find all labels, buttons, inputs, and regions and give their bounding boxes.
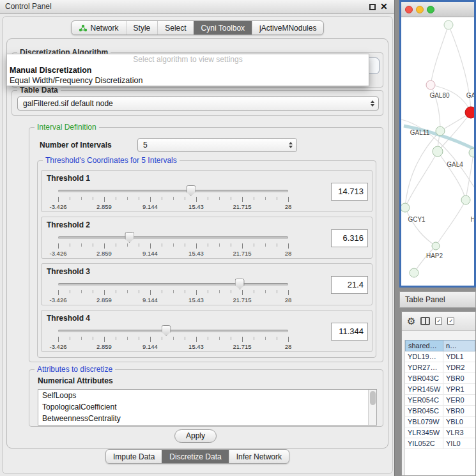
select-all-checkbox-icon[interactable]: ✓	[435, 318, 442, 325]
slider-major-ticks	[58, 197, 289, 202]
tab-label: Cyni Toolbox	[201, 24, 245, 33]
list-scrollbar[interactable]	[368, 390, 376, 425]
network-node[interactable]	[401, 203, 410, 212]
tab-select[interactable]: Select	[157, 21, 193, 35]
threshold-label: Threshold 3	[47, 267, 90, 276]
network-node[interactable]	[426, 81, 435, 89]
network-node[interactable]	[444, 20, 453, 29]
group-label: Threshold's Coordinates for 5 Intervals	[43, 157, 180, 165]
cell: YBR045C	[405, 406, 443, 416]
slider-track[interactable]	[58, 330, 288, 332]
network-node[interactable]	[410, 268, 418, 277]
cell: YBL0	[443, 417, 475, 427]
node-table: shared… n… YDL19… YDL1 YDR27… YDR2 YBR04…	[404, 340, 475, 475]
tab-cyni-toolbox[interactable]: Cyni Toolbox	[194, 21, 252, 35]
slider-thumb[interactable]	[235, 279, 245, 289]
tab-label: Discretize Data	[169, 452, 221, 461]
network-node[interactable]	[469, 148, 474, 157]
float-window-icon[interactable]	[369, 4, 376, 10]
slider-track[interactable]	[58, 236, 288, 239]
number-of-intervals-select[interactable]: 5	[137, 138, 297, 152]
threshold-4-slider[interactable]: -3.426 2.859 9.144 15.43 21.715 28	[58, 325, 288, 351]
table-row[interactable]: YDR27… YDR2	[405, 362, 475, 373]
number-of-intervals-label: Number of Intervals	[40, 141, 112, 150]
tab-jactivemodules[interactable]: jActiveMNodules	[252, 21, 323, 35]
gear-icon[interactable]: ⚙	[407, 316, 415, 326]
threshold-2-value-field[interactable]: 6.316	[331, 229, 368, 247]
threshold-1-slider[interactable]: -3.426 2.859 9.144 15.43 21.715 28	[58, 185, 288, 211]
network-node[interactable]	[461, 196, 470, 204]
cell: YER0	[443, 395, 475, 405]
tab-label: Network	[91, 24, 119, 33]
table-row[interactable]: YLR345W YLR3	[405, 427, 475, 438]
table-row[interactable]: YBR043C YBR0	[405, 373, 475, 384]
network-window-titlebar	[401, 2, 474, 17]
node-label-ga: GA	[466, 92, 474, 99]
cell: YBR043C	[405, 373, 443, 383]
network-canvas[interactable]: GAL80 GA GAL11 GAL4 GCY1 H HAP2	[401, 17, 474, 286]
slider-major-ticks	[58, 243, 289, 249]
column-layout-icon[interactable]	[420, 317, 430, 325]
threshold-4-value-field[interactable]: 11.344	[331, 323, 368, 341]
selected-red-node[interactable]	[465, 107, 474, 118]
apply-button[interactable]: Apply	[174, 429, 217, 443]
threshold-3-slider[interactable]: -3.426 2.859 9.144 15.43 21.715 28	[58, 278, 288, 305]
threshold-1-value-field[interactable]: 14.713	[331, 183, 368, 201]
network-node[interactable]	[433, 146, 443, 157]
network-node[interactable]	[432, 242, 440, 250]
table-data-select[interactable]: galFiltered.sif default node	[17, 96, 379, 111]
dropdown-placeholder: Select algorithm to view settings	[7, 54, 369, 65]
list-item[interactable]: BetweennessCentrality	[38, 413, 376, 424]
cell: YDR2	[443, 362, 475, 372]
table-row[interactable]: YER054C YER0	[405, 395, 475, 406]
table-row[interactable]: YBL079W YBL0	[405, 417, 475, 427]
tab-impute-data[interactable]: Impute Data	[106, 450, 162, 463]
tab-style[interactable]: Style	[126, 21, 158, 35]
tick-label: 21.715	[233, 250, 251, 257]
threshold-2-slider[interactable]: -3.426 2.859 9.144 15.43 21.715 28	[58, 231, 288, 258]
slider-thumb[interactable]	[162, 325, 171, 336]
threshold-label: Threshold 4	[47, 314, 90, 323]
zoom-traffic-light-icon[interactable]	[427, 6, 434, 13]
slider-track[interactable]	[58, 190, 288, 192]
tick-label: -3.426	[50, 343, 67, 350]
tick-label: 9.144	[142, 250, 158, 257]
dropdown-option-equal-width-frequency[interactable]: Equal Width/Frequency Discretization	[7, 75, 369, 86]
select-columns-checkbox-icon[interactable]: ✓	[447, 318, 454, 325]
cell: YBL079W	[405, 417, 443, 427]
dropdown-option-manual-discretization[interactable]: Manual Discretization	[7, 65, 369, 75]
close-traffic-light-icon[interactable]	[405, 6, 413, 13]
cell: YBR0	[443, 406, 475, 416]
table-row[interactable]: YBR045C YBR0	[405, 406, 475, 417]
minimize-traffic-light-icon[interactable]	[416, 6, 424, 13]
list-item[interactable]: TopologicalCoefficient	[38, 401, 376, 413]
table-panel-toolbar: ⚙ ✓ ✓	[402, 312, 475, 331]
network-node[interactable]	[436, 127, 445, 135]
threshold-label: Threshold 2	[47, 220, 90, 229]
tick-label: 2.859	[96, 203, 112, 210]
table-row[interactable]: YIL052C YIL0	[405, 438, 475, 449]
table-row[interactable]: YDL19… YDL1	[405, 351, 475, 362]
column-header-shared-name[interactable]: shared…	[405, 340, 443, 351]
close-icon[interactable]: ✕	[380, 1, 388, 12]
tick-label: 2.859	[96, 343, 112, 350]
list-item[interactable]: SelfLoops	[38, 390, 376, 401]
cyni-mode-tabbar: Impute Data Discretize Data Infer Networ…	[105, 449, 289, 464]
tab-infer-network[interactable]: Infer Network	[229, 450, 289, 463]
slider-thumb[interactable]	[125, 232, 134, 243]
numerical-attributes-list[interactable]: SelfLoops TopologicalCoefficient Between…	[38, 389, 377, 426]
slider-thumb[interactable]	[186, 185, 196, 196]
attributes-group: Attributes to discretize Numerical Attri…	[29, 369, 383, 427]
table-row[interactable]: YPR145W YPR1	[405, 384, 475, 395]
scrollbar-thumb[interactable]	[370, 391, 376, 405]
tick-label: 2.859	[96, 296, 112, 303]
table-panel-titlebar: Table Panel	[399, 291, 476, 308]
tick-label: 21.715	[233, 343, 251, 350]
threshold-3-value-field[interactable]: 21.4	[331, 276, 368, 294]
tab-network[interactable]: Network	[72, 21, 126, 35]
slider-track[interactable]	[58, 283, 288, 286]
cell: YDR27…	[405, 362, 443, 372]
slider-major-ticks	[58, 290, 289, 295]
tab-discretize-data[interactable]: Discretize Data	[162, 450, 228, 463]
column-header-name[interactable]: n…	[443, 340, 475, 351]
